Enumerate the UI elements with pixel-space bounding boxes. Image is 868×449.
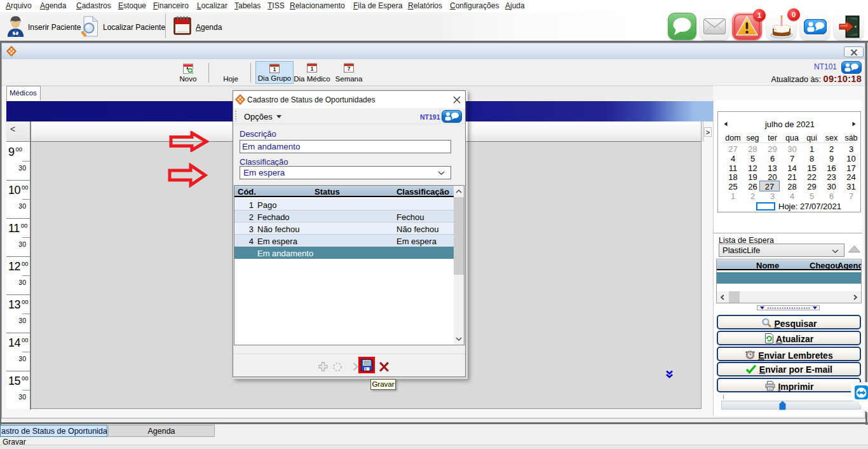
svg-text:1: 1 bbox=[311, 66, 314, 72]
svg-text:1: 1 bbox=[273, 67, 276, 73]
svg-text:7: 7 bbox=[348, 66, 351, 72]
